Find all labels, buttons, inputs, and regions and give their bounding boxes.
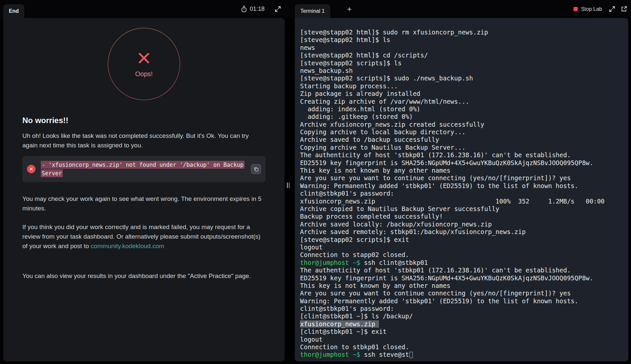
- tab-terminal-label: Terminal 1: [300, 8, 325, 14]
- terminal-line: xfusioncorp_news.zip 100% 352 1.2MB/s 00…: [300, 198, 623, 205]
- terminal-line: [steve@stapp02 html]$ cd /scripts/: [300, 52, 623, 59]
- terminal-cursor: [409, 352, 413, 358]
- error-detail-box: - 'xfusioncorp_news.zip' not found under…: [22, 156, 266, 182]
- terminal-line: Starting backup process...: [300, 82, 623, 90]
- terminal-line: xfusioncorp_news.zip: [300, 320, 623, 328]
- terminal-line: thor@jumphost ~$ ssh steve@st: [300, 351, 623, 358]
- session-timer: 01:18: [241, 0, 265, 18]
- terminal-line: Archive saved locally: /backup/xfusionco…: [300, 221, 623, 228]
- terminal-output: [steve@stapp02 html]$ sudo rm xfusioncor…: [295, 18, 628, 359]
- terminal-line: Are you sure you want to continue connec…: [300, 289, 623, 297]
- add-terminal-button[interactable]: +: [344, 0, 354, 18]
- terminal-line: [steve@stapp02 html]$ ls: [300, 36, 623, 44]
- terminal-line: [steve@stapp02 scripts]$ exit: [300, 236, 623, 244]
- expand-icon[interactable]: [609, 6, 615, 12]
- terminal-line: clint@stbkp01's password:: [300, 190, 623, 197]
- terminal-line: This key is not known by any other names: [300, 167, 623, 174]
- result-panel: Oops! No worries!! Uh oh! Looks like the…: [3, 18, 285, 361]
- copy-icon: [254, 167, 259, 172]
- terminal-line: [clint@stbkp01 ~]$ exit: [300, 328, 623, 335]
- page-title: No worries!!: [22, 116, 266, 125]
- error-x-icon: [136, 51, 152, 66]
- timer-value: 01:18: [250, 6, 265, 12]
- review-message: If you think you did your work correctly…: [22, 222, 266, 251]
- panel-resize-handle[interactable]: [286, 181, 291, 189]
- terminal-line: Copying archive to Nautilus Backup Serve…: [300, 144, 623, 151]
- terminal-line: [steve@stapp02 html]$ sudo rm xfusioncor…: [300, 29, 623, 36]
- stop-lab-label: Stop Lab: [581, 6, 602, 12]
- terminal-line: Copying archive to local backup director…: [300, 128, 623, 136]
- error-circle-icon: [27, 165, 35, 173]
- terminal-line: [clint@stbkp01 ~]$ ls /backup/: [300, 312, 623, 320]
- terminal-line: news_backup.sh: [300, 67, 623, 75]
- copy-button[interactable]: [251, 164, 261, 174]
- terminal-line: The authenticity of host 'stbkp01 (172.1…: [300, 151, 623, 159]
- terminal-line: clint@stbkp01's password:: [300, 305, 623, 312]
- terminal-line: Archive copied to Nautilus Backup Server…: [300, 205, 623, 213]
- top-bar: End 01:18 Terminal 1 + Stop Lab: [0, 0, 631, 18]
- terminal-line: Warning: Permanently added 'stbkp01' (ED…: [300, 297, 623, 305]
- stop-icon: [573, 7, 578, 11]
- terminal-line: Archive saved to /backup successfully: [300, 136, 623, 143]
- terminal-line: Archive xfusioncorp_news.zip created suc…: [300, 121, 623, 128]
- open-in-new-icon[interactable]: [621, 6, 627, 12]
- terminal-line: Archive saved remotely: stbkp01:/backup/…: [300, 228, 623, 236]
- tab-end-label: End: [9, 8, 19, 14]
- terminal-line: logout: [300, 336, 623, 343]
- timer-icon: [241, 6, 247, 12]
- terminal-line: adding: .gitkeep (stored 0%): [300, 113, 623, 120]
- community-link[interactable]: community.kodekloud.com: [91, 243, 164, 249]
- error-code-text: - 'xfusioncorp_news.zip' not found under…: [41, 161, 245, 177]
- terminal-line: ED25519 key fingerprint is SHA256:NGpUMd…: [300, 274, 623, 282]
- tab-end[interactable]: End: [3, 4, 24, 18]
- terminal-line: logout: [300, 244, 623, 251]
- oops-label: Oops!: [135, 70, 152, 78]
- terminal-line: Are you sure you want to continue connec…: [300, 174, 623, 182]
- error-code: - 'xfusioncorp_news.zip' not found under…: [41, 161, 246, 178]
- result-message: Uh oh! Looks like the task was not compl…: [22, 131, 266, 150]
- terminal-line: adding: index.html (stored 0%): [300, 105, 623, 113]
- terminal-line: The authenticity of host 'stbkp01 (172.1…: [300, 267, 623, 274]
- stop-lab-button[interactable]: Stop Lab: [573, 0, 602, 18]
- oops-badge: Oops!: [108, 28, 180, 100]
- terminal-line: Zip package is already installed: [300, 90, 623, 97]
- terminal-line: Connection to stbkp01 closed.: [300, 343, 623, 351]
- tab-terminal-1[interactable]: Terminal 1: [295, 4, 330, 18]
- terminal-line: Backup process completed successfully!: [300, 213, 623, 220]
- app: End 01:18 Terminal 1 + Stop Lab: [0, 0, 631, 364]
- terminal-line: This key is not known by any other names: [300, 282, 623, 289]
- dashboard-message: You can also view your results in your d…: [22, 271, 266, 281]
- terminal-panel[interactable]: [steve@stapp02 html]$ sudo rm xfusioncor…: [295, 18, 628, 361]
- expand-icon[interactable]: [275, 6, 281, 12]
- terminal-line: Warning: Permanently added 'stbkp01' (ED…: [300, 182, 623, 190]
- terminal-line: [steve@stapp02 scripts]$ sudo ./news_bac…: [300, 75, 623, 82]
- terminal-line: Creating zip archive of /var/www/html/ne…: [300, 98, 623, 105]
- terminal-line: ED25519 key fingerprint is SHA256:NGpUMd…: [300, 159, 623, 167]
- recheck-message: You may check your work again to see wha…: [22, 194, 266, 213]
- terminal-line: Connection to stapp02 closed.: [300, 251, 623, 259]
- terminal-line: thor@jumphost ~$ ssh clint@stbkp01: [300, 259, 623, 267]
- terminal-line: news: [300, 44, 623, 52]
- terminal-line: [steve@stapp02 scripts]$ ls: [300, 59, 623, 67]
